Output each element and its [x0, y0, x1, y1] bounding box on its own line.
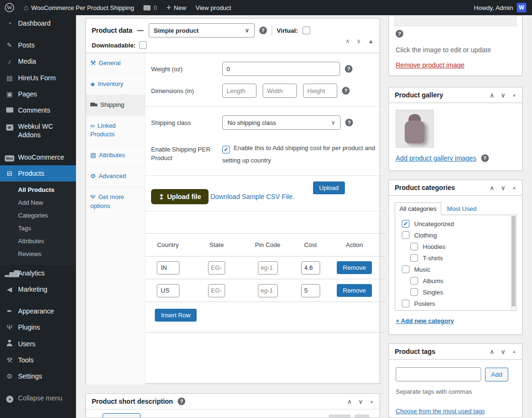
state-input[interactable]: [208, 284, 225, 297]
shipping-class-select[interactable]: No shipping class ∨: [222, 115, 341, 130]
help-icon[interactable]: ?: [259, 27, 267, 34]
avatar[interactable]: W: [517, 3, 526, 12]
toggle-panel-icon[interactable]: ▲: [370, 399, 374, 404]
move-up-icon[interactable]: ∧: [490, 184, 494, 191]
tab-all-categories[interactable]: All categories: [395, 202, 441, 215]
toggle-panel-icon[interactable]: ▲: [512, 93, 516, 97]
sidebar-item-posts[interactable]: ✎ Posts: [0, 37, 76, 53]
height-input[interactable]: [303, 84, 337, 98]
remove-row-button[interactable]: Remove: [337, 261, 372, 274]
tab-attributes[interactable]: ▤Attributes: [86, 145, 145, 166]
sidebar-item-hireus-form[interactable]: ▤ HireUs Form: [0, 70, 76, 86]
add-gallery-images-link[interactable]: Add product gallery images: [396, 154, 476, 162]
pin-code-input[interactable]: [258, 261, 278, 275]
move-up-icon[interactable]: ∧: [490, 348, 494, 355]
help-icon[interactable]: ?: [342, 87, 350, 95]
sidebar-item-dashboard[interactable]: ◔ Dashboard: [0, 15, 76, 31]
submenu-tags[interactable]: Tags: [0, 222, 76, 235]
move-down-icon[interactable]: ∨: [357, 38, 361, 45]
category-checkbox[interactable]: [410, 254, 418, 262]
move-down-icon[interactable]: ∨: [359, 398, 363, 405]
tab-general[interactable]: ⚒General: [86, 53, 145, 74]
sidebar-item-woocommerce[interactable]: Woo WooCommerce: [0, 149, 76, 165]
sidebar-item-analytics[interactable]: ▂▅▇ Analytics: [0, 265, 76, 281]
length-input[interactable]: [222, 84, 256, 98]
add-media-button[interactable]: [103, 413, 141, 418]
cost-input[interactable]: [301, 284, 320, 297]
add-tag-button[interactable]: Add: [485, 368, 508, 381]
new-content-menu[interactable]: + New: [162, 0, 190, 15]
howdy-label[interactable]: Howdy, Admin: [474, 4, 513, 11]
editor-visual-tab[interactable]: [329, 415, 350, 418]
comments-admin-bar[interactable]: 0: [139, 0, 162, 15]
sidebar-item-products[interactable]: ⊟ Products: [0, 165, 76, 181]
sidebar-item-settings[interactable]: ⚙ Settings: [0, 368, 76, 384]
scrollbar[interactable]: [511, 215, 516, 310]
wordpress-menu[interactable]: W: [0, 0, 19, 15]
scrollbar-thumb[interactable]: [512, 216, 515, 306]
submenu-reviews[interactable]: Reviews: [0, 247, 76, 260]
width-input[interactable]: [263, 84, 297, 98]
help-icon[interactable]: ?: [345, 119, 353, 126]
editor-text-tab[interactable]: [355, 415, 369, 418]
help-icon[interactable]: ?: [345, 65, 352, 73]
sidebar-item-tools[interactable]: ⚒ Tools: [0, 352, 76, 368]
sidebar-item-appearance[interactable]: ✒ Appearance: [0, 303, 76, 319]
sidebar-item-collapse-menu[interactable]: ◂ Collapse menu: [0, 390, 76, 407]
gallery-image-hoodie[interactable]: [396, 110, 434, 148]
pin-code-input[interactable]: [258, 284, 278, 297]
tab-advanced[interactable]: ⚙Advanced: [86, 166, 145, 187]
sidebar-item-plugins[interactable]: Ψ Plugins: [0, 319, 76, 335]
choose-most-used-tags-link[interactable]: Choose from the most used tags: [396, 408, 485, 415]
tab-linked-products[interactable]: ∞Linked Products: [86, 116, 145, 146]
insert-row-button[interactable]: Insert Row: [155, 309, 197, 322]
move-up-icon[interactable]: ∧: [490, 92, 494, 99]
sidebar-item-comments[interactable]: Comments: [0, 102, 76, 118]
sidebar-item-webkul-wc-addons[interactable]: w Webkul WC Addons: [0, 118, 76, 143]
add-new-category-link[interactable]: + Add new category: [396, 317, 454, 324]
move-down-icon[interactable]: ∨: [501, 92, 506, 99]
enable-shipping-checkbox[interactable]: ✔: [222, 146, 230, 153]
remove-row-button[interactable]: Remove: [337, 284, 372, 297]
category-checkbox[interactable]: [402, 300, 409, 307]
submenu-categories[interactable]: Categories: [0, 209, 76, 222]
category-checkbox[interactable]: [410, 277, 418, 285]
product-image-thumbnail[interactable]: [395, 16, 516, 26]
help-icon[interactable]: ?: [396, 30, 403, 38]
toggle-panel-icon[interactable]: ▲: [512, 185, 516, 190]
sidebar-item-pages[interactable]: ▣ Pages: [0, 86, 76, 102]
category-checkbox[interactable]: [410, 288, 418, 296]
site-name-link[interactable]: ⌂ WooCommerce Per Product Shipping: [19, 0, 139, 15]
tab-inventory[interactable]: ◈Inventory: [86, 74, 145, 95]
state-input[interactable]: [208, 261, 225, 275]
help-icon[interactable]: ?: [481, 154, 489, 162]
weight-input[interactable]: [222, 62, 340, 76]
product-type-select[interactable]: Simple product ∨: [149, 23, 255, 38]
country-input[interactable]: [157, 261, 180, 275]
downloadable-checkbox[interactable]: [139, 41, 147, 49]
category-checkbox[interactable]: [402, 266, 409, 273]
tab-shipping[interactable]: Shipping: [86, 95, 145, 116]
sidebar-item-media[interactable]: ♪ Media: [0, 53, 76, 69]
toggle-panel-icon[interactable]: ▲: [512, 349, 516, 354]
cost-input[interactable]: [301, 261, 320, 275]
upload-file-button[interactable]: ↥Upload file: [151, 189, 209, 204]
category-checkbox[interactable]: [402, 231, 409, 239]
virtual-checkbox[interactable]: [303, 27, 310, 34]
country-input[interactable]: [157, 284, 180, 297]
help-icon[interactable]: ?: [178, 398, 185, 405]
toggle-panel-icon[interactable]: ▲: [368, 38, 374, 45]
remove-product-image-link[interactable]: Remove product image: [396, 61, 465, 69]
download-sample-csv-link[interactable]: Download Sample CSV File.: [210, 193, 294, 200]
move-up-icon[interactable]: ∧: [347, 398, 352, 405]
tag-input[interactable]: [396, 367, 481, 381]
move-down-icon[interactable]: ∨: [501, 184, 506, 191]
move-down-icon[interactable]: ∨: [501, 348, 506, 355]
category-checkbox[interactable]: ✔: [402, 220, 409, 228]
sidebar-item-marketing[interactable]: ◀ Marketing: [0, 281, 76, 297]
category-checkbox[interactable]: [410, 243, 418, 250]
tab-get-more-options[interactable]: ΨGet more options: [86, 187, 145, 217]
sidebar-item-users[interactable]: Users: [0, 336, 76, 352]
submenu-add-new[interactable]: Add New: [0, 196, 76, 209]
submenu-all-products[interactable]: All Products: [0, 183, 76, 196]
